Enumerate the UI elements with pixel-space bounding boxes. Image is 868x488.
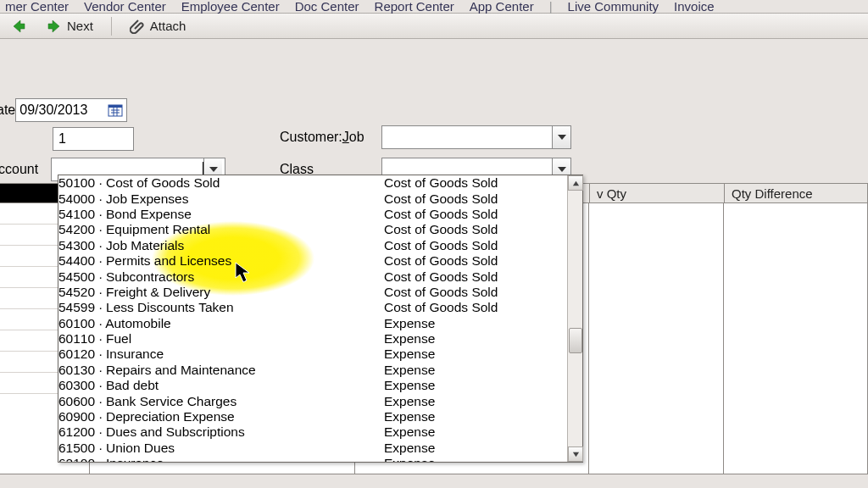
dropdown-scrollbar[interactable]	[567, 175, 582, 462]
menu-item[interactable]: App Center	[470, 0, 534, 14]
grid-body-col4[interactable]	[589, 203, 724, 474]
paperclip-icon	[130, 19, 145, 34]
account-option[interactable]: 54200 · Equipment RentalCost of Goods So…	[58, 222, 567, 237]
customer-combo[interactable]	[381, 125, 571, 149]
account-dropdown[interactable]: 50100 · Cost of Goods SoldCost of Goods …	[58, 175, 583, 463]
menu-item[interactable]: Employee Center	[181, 0, 280, 14]
svg-marker-11	[572, 180, 578, 185]
arrow-right-icon	[47, 19, 62, 34]
record-toolbar: Next Attach	[0, 14, 868, 39]
account-option-type: Cost of Goods Sold	[384, 238, 567, 253]
account-option-name: 61500 · Union Dues	[58, 441, 384, 456]
account-option-type: Expense	[384, 409, 567, 424]
account-option-type: Cost of Goods Sold	[384, 175, 567, 191]
account-label: ccount	[0, 162, 51, 177]
customer-input[interactable]	[382, 126, 552, 148]
scroll-down-icon[interactable]	[568, 446, 583, 462]
account-option[interactable]: 60600 · Bank Service ChargesExpense	[58, 393, 567, 408]
account-option-name: 54200 · Equipment Rental	[58, 222, 384, 237]
svg-marker-0	[14, 20, 25, 32]
account-option[interactable]: 60130 · Repairs and MaintenanceExpense	[58, 363, 567, 378]
account-option-type: Cost of Goods Sold	[384, 300, 567, 315]
app-menubar[interactable]: mer CenterVendor CenterEmployee CenterDo…	[0, 0, 868, 14]
account-option-type: Expense	[384, 424, 567, 440]
account-option-name: 54599 · Less Discounts Taken	[58, 300, 384, 315]
attach-label: Attach	[150, 19, 186, 33]
account-option-type: Expense	[384, 394, 567, 409]
grid-col-qty[interactable]: v Qty	[590, 184, 725, 202]
account-option[interactable]: 61200 · Dues and SubscriptionsExpense	[58, 424, 567, 440]
arrow-left-icon	[11, 19, 26, 34]
svg-marker-8	[558, 135, 566, 140]
account-option-name: 60110 · Fuel	[58, 331, 384, 347]
account-option[interactable]: 61500 · Union DuesExpense	[58, 441, 567, 456]
next-button[interactable]: Next	[41, 16, 99, 36]
prev-button[interactable]	[5, 16, 32, 36]
account-option-name: 60120 · Insurance	[58, 347, 384, 362]
menu-item[interactable]: mer Center	[5, 0, 69, 14]
account-option[interactable]: 54500 · SubcontractorsCost of Goods Sold	[58, 269, 567, 284]
account-option-type: Cost of Goods Sold	[384, 253, 567, 269]
account-option-name: 60130 · Repairs and Maintenance	[58, 363, 384, 378]
account-option-type: Expense	[384, 441, 567, 456]
account-option[interactable]: 60300 · Bad debtExpense	[58, 378, 567, 393]
account-option-type: Expense	[384, 347, 567, 362]
refno-input[interactable]	[53, 127, 134, 151]
form-workspace: ate Customer:Job Class ccount	[0, 39, 868, 488]
account-option-name: 54300 · Job Materials	[58, 238, 384, 253]
account-option-type: Cost of Goods Sold	[384, 285, 567, 300]
menu-item[interactable]: Invoice	[674, 0, 715, 14]
chevron-down-icon[interactable]	[552, 126, 570, 148]
account-option-type: Expense	[384, 456, 567, 462]
account-option[interactable]: 60120 · InsuranceExpense	[58, 347, 567, 362]
svg-marker-9	[558, 167, 566, 172]
account-option-name: 62100 · Insurance	[58, 456, 384, 462]
next-label: Next	[67, 19, 93, 33]
menu-item[interactable]: Report Center	[375, 0, 454, 14]
account-option-name: 54520 · Freight & Delivery	[58, 285, 384, 300]
grid-body-col5[interactable]	[724, 203, 868, 474]
account-option-name: 60900 · Depreciation Expense	[58, 409, 384, 424]
scroll-up-icon[interactable]	[568, 175, 583, 191]
account-option[interactable]: 60900 · Depreciation ExpenseExpense	[58, 409, 567, 424]
account-option[interactable]: 50100 · Cost of Goods SoldCost of Goods …	[58, 175, 567, 191]
account-option-name: 60600 · Bank Service Charges	[58, 394, 384, 409]
menu-item[interactable]: Vendor Center	[84, 0, 166, 14]
grid-col-diff[interactable]: Qty Difference	[725, 184, 867, 202]
account-option-name: 60300 · Bad debt	[58, 378, 384, 393]
account-option-type: Cost of Goods Sold	[384, 191, 567, 207]
account-option[interactable]: 54520 · Freight & DeliveryCost of Goods …	[58, 285, 567, 300]
account-option[interactable]: 60110 · FuelExpense	[58, 331, 567, 347]
account-option-name: 54000 · Job Expenses	[58, 191, 384, 207]
attach-button[interactable]: Attach	[124, 16, 192, 36]
account-option-type: Expense	[384, 378, 567, 393]
date-label: ate	[0, 103, 15, 118]
account-option[interactable]: 62100 · InsuranceExpense	[58, 456, 567, 462]
account-option[interactable]: 54400 · Permits and LicensesCost of Good…	[58, 253, 567, 269]
account-option-name: 54100 · Bond Expense	[58, 207, 384, 222]
account-option-name: 60100 · Automobile	[58, 316, 384, 331]
account-option-name: 61200 · Dues and Subscriptions	[58, 424, 384, 440]
account-option-type: Expense	[384, 331, 567, 347]
date-field[interactable]	[15, 98, 127, 122]
svg-marker-10	[209, 167, 218, 172]
account-option-name: 54500 · Subcontractors	[58, 269, 384, 285]
menu-item[interactable]: Live Community	[568, 0, 659, 14]
calendar-icon[interactable]	[108, 103, 123, 118]
account-option[interactable]: 60100 · AutomobileExpense	[58, 316, 567, 331]
account-option-type: Cost of Goods Sold	[384, 222, 567, 237]
toolbar-separator	[111, 17, 112, 36]
account-option[interactable]: 54000 · Job ExpensesCost of Goods Sold	[58, 191, 567, 206]
account-option[interactable]: 54100 · Bond ExpenseCost of Goods Sold	[58, 207, 567, 222]
menu-item[interactable]: Doc Center	[295, 0, 359, 14]
account-option[interactable]: 54300 · Job MaterialsCost of Goods Sold	[58, 238, 567, 253]
date-input[interactable]	[19, 103, 104, 118]
account-option-name: 54400 · Permits and Licenses	[58, 253, 384, 269]
menu-separator: |	[549, 0, 553, 14]
account-option[interactable]: 54599 · Less Discounts TakenCost of Good…	[58, 300, 567, 315]
account-option-type: Cost of Goods Sold	[384, 269, 567, 285]
account-option-type: Expense	[384, 363, 567, 378]
svg-rect-3	[108, 105, 122, 108]
scroll-thumb[interactable]	[569, 328, 582, 353]
svg-marker-12	[572, 452, 578, 456]
